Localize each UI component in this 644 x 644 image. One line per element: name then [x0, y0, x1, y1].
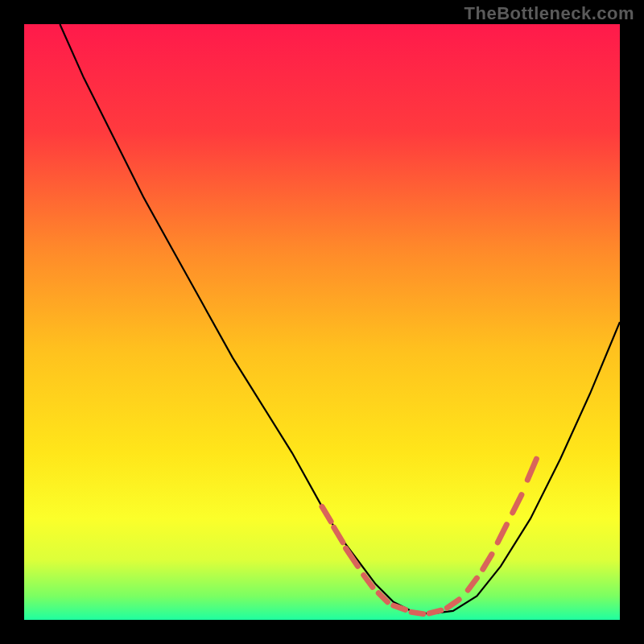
chart-svg: [24, 24, 620, 620]
dash-segment: [411, 612, 423, 613]
dash-segment: [394, 605, 406, 609]
chart-frame: TheBottleneck.com: [0, 0, 644, 644]
watermark-text: TheBottleneck.com: [464, 3, 634, 24]
plot-area: [24, 24, 620, 620]
dash-segment: [429, 610, 441, 613]
gradient-background: [24, 24, 620, 620]
